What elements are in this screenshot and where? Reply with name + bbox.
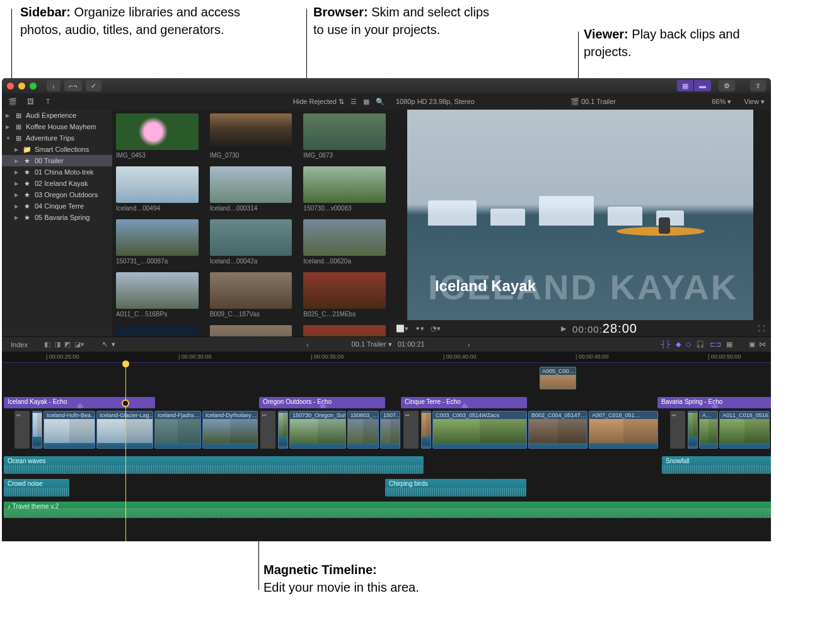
timeline-project-menu[interactable]: 00.1 Trailer ▾ 01:00:21 [352,340,425,348]
share-button[interactable]: ⇧ [750,80,766,91]
video-clip[interactable] [421,411,431,449]
sidebar-item[interactable]: ▶★04 Cinque Terre [2,200,112,212]
timeline-ruler[interactable]: | 00:00:25:00| 00:00:30:00| 00:00:35:00|… [2,352,771,363]
video-clip[interactable]: 150730_Oregon_Sur… [289,411,346,449]
browser-clip[interactable]: A011_C…516BPs [116,272,199,318]
video-clip[interactable]: A007_C018_051… [589,411,658,449]
browser-clip[interactable]: Iceland…00494 [116,166,199,212]
transition-clip[interactable] [670,411,685,449]
filter-menu[interactable]: Hide Rejected ⇅ [293,98,344,106]
timeline-toggle[interactable]: ▬ [694,80,711,91]
clip-appearance-tl-icon[interactable]: ▦ [726,340,732,348]
browser-clip[interactable]: Iceland…00042a [210,219,292,265]
audio-clip[interactable]: Crowd noise [4,479,69,497]
inspector-toggle[interactable]: ⚙ [719,80,735,91]
overwrite-clip-icon[interactable]: ◪▾ [74,340,84,348]
sidebar-item[interactable]: ▶⊞Koffee House Mayhem [2,121,112,132]
video-clip[interactable]: Iceland-Dyrholaey… [202,411,258,449]
video-clip[interactable]: 150803_… [347,411,379,449]
title-clip[interactable]: Oregon Outdoors - Echo [259,397,385,408]
music-clip[interactable]: ♪ Travel theme v.2 [4,502,771,518]
browser-clip[interactable]: B009_C…187Vas [210,272,292,318]
search-icon[interactable]: 🔍 [376,98,385,106]
video-clip[interactable]: A011_C018_0516… [719,411,770,449]
transition-clip[interactable] [260,411,275,449]
sidebar-item[interactable]: ▶★03 Oregon Outdoors [2,189,112,200]
sidebar-item[interactable]: ▼⊞Adventure Trips [2,132,112,144]
library-sidebar-icon[interactable]: 🎬 [7,96,18,107]
insert-clip-icon[interactable]: ◨ [54,340,61,348]
audio-clip[interactable]: Snowfall [662,456,771,474]
list-view-icon[interactable]: ▦ [363,98,369,106]
timeline-tracks[interactable]: A005_C00…Iceland Kayak - EchoOregon Outd… [2,363,771,541]
video-clip[interactable] [688,411,698,449]
browser-clip[interactable]: B025_C…21MEbs [303,272,386,318]
append-clip-icon[interactable]: ◩ [64,340,71,348]
connected-clip[interactable]: A005_C00… [540,367,576,389]
browser-clip[interactable]: IMG_0873 [303,113,386,159]
browser-clip[interactable] [303,325,386,336]
connect-clip-icon[interactable]: ◧ [44,340,50,348]
video-clip[interactable] [32,411,42,449]
timeline-prev-icon[interactable]: ‹ [306,341,309,348]
transform-menu-icon[interactable]: ⬜▾ [396,325,408,333]
video-clip[interactable] [278,411,288,449]
minimize-icon[interactable] [18,83,25,89]
viewer-canvas[interactable]: ICELAND KAYAK Iceland Kayak [407,110,753,320]
browser-clip[interactable]: 150731_…00087a [116,219,199,265]
browser-clip[interactable] [116,325,199,336]
video-clip[interactable]: 1507… [380,411,400,449]
browser-clip[interactable]: Iceland…000314 [210,166,292,212]
title-clip[interactable]: Cinque Terre - Echo [401,397,527,408]
solo-icon[interactable]: ◇ [686,340,691,348]
effects-browser-icon[interactable]: ▣ [749,340,755,348]
video-clip[interactable]: A… [699,411,718,449]
import-button[interactable]: ↓ [47,80,61,91]
audio-skimming-icon[interactable]: ◆ [676,340,681,348]
keyword-button[interactable]: ⌐¬ [64,80,83,91]
transition-clip[interactable] [14,411,30,449]
timeline[interactable]: | 00:00:25:00| 00:00:30:00| 00:00:35:00|… [2,352,771,541]
enhance-menu-icon[interactable]: ✦▾ [415,325,424,333]
video-clip[interactable]: C003_C003_0514WZacs [432,411,527,449]
video-clip[interactable]: B002_C004_0514T… [528,411,588,449]
tools-menu-icon[interactable]: ▾ [112,340,115,348]
fullscreen-icon[interactable]: ⛶ [758,325,765,332]
browser-clip[interactable]: 150730…v00083 [303,166,386,212]
snapping-icon[interactable]: ⊏⊐ [710,340,721,348]
sidebar-item[interactable]: ▶★00 Trailer [2,155,112,166]
video-clip[interactable]: Iceland-Fjadra… [154,411,201,449]
titles-sidebar-icon[interactable]: T [42,96,54,107]
viewer-timecode[interactable]: 00:00:28:00 [572,321,637,336]
maximize-icon[interactable] [30,83,37,89]
audio-clip[interactable]: Ocean waves [4,456,424,474]
browser-clip[interactable]: IMG_0730 [210,113,292,159]
video-clip[interactable]: Iceland-Glacier-Lag… [96,411,153,449]
retime-menu-icon[interactable]: ◔▾ [431,325,441,333]
title-clip[interactable]: Bavaria Spring - Echo [657,397,771,408]
sidebar-item[interactable]: ▶★01 China Moto-trek [2,166,112,178]
skimming-icon[interactable]: ┤├ [661,340,671,348]
transitions-browser-icon[interactable]: ⋈ [759,340,766,348]
playhead[interactable] [125,363,126,541]
zoom-menu[interactable]: 66% ▾ [712,98,731,106]
library-toggle[interactable]: ▦ [677,80,694,91]
audio-clip[interactable]: Chirping birds [385,479,526,497]
timeline-next-icon[interactable]: › [468,341,470,348]
select-tool-icon[interactable]: ↖ [102,340,108,348]
transition-clip[interactable] [403,411,419,449]
browser-clip[interactable] [210,325,292,336]
index-button[interactable]: Index [7,340,32,350]
clip-appearance-icon[interactable]: ☰ [350,98,357,106]
play-button[interactable]: ▶ [561,325,566,333]
view-menu[interactable]: View ▾ [744,98,765,106]
close-icon[interactable] [7,83,14,89]
photos-sidebar-icon[interactable]: 🖼 [25,96,36,107]
render-button[interactable]: ✓ [86,80,101,91]
browser-clip[interactable]: Iceland…00620a [303,219,386,265]
sidebar-item[interactable]: ▶★05 Bavaria Spring [2,212,112,223]
sidebar-item[interactable]: ▶★02 Iceland Kayak [2,178,112,189]
title-clip[interactable]: Iceland Kayak - Echo [4,397,155,408]
browser-clip[interactable]: IMG_0453 [116,113,199,159]
video-clip[interactable]: Iceland-Hofn-Bea… [43,411,95,449]
